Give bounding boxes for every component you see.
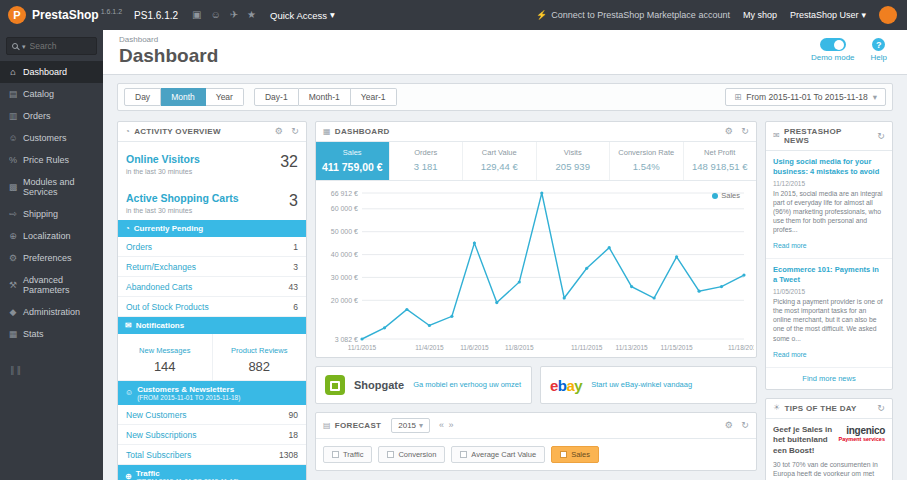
notifications-header: Notifications bbox=[118, 317, 306, 334]
cart-icon[interactable] bbox=[192, 10, 201, 20]
read-more-link[interactable]: Read more bbox=[773, 351, 807, 358]
sidebar-item-price-rules[interactable]: Price Rules bbox=[0, 149, 103, 171]
refresh-icon[interactable] bbox=[877, 404, 885, 413]
svg-text:11/6/2015: 11/6/2015 bbox=[460, 344, 489, 351]
refresh-icon[interactable] bbox=[741, 421, 749, 430]
customer-icon[interactable] bbox=[210, 10, 220, 20]
out-of-stock-link[interactable]: Out of Stock Products bbox=[126, 302, 209, 312]
forecast-toggle-average-cart-value[interactable]: Average Cart Value bbox=[451, 446, 545, 463]
active-carts-link[interactable]: Active Shopping Carts bbox=[126, 192, 239, 204]
kpi-row: Sales411 759,00 € Orders3 181 Cart Value… bbox=[316, 142, 756, 181]
my-shop-link[interactable]: My shop bbox=[743, 10, 777, 20]
sidebar-item-customers[interactable]: Customers bbox=[0, 127, 103, 149]
tips-headline: Geef je Sales in het buitenland een Boos… bbox=[773, 425, 833, 456]
sidebar-item-shipping[interactable]: Shipping bbox=[0, 203, 103, 225]
breadcrumb: Dashboard bbox=[119, 35, 218, 44]
kpi-orders[interactable]: Orders3 181 bbox=[389, 142, 463, 180]
demo-mode-toggle[interactable]: Demo mode bbox=[811, 38, 855, 62]
tips-headline-row: Geef je Sales in het buitenland een Boos… bbox=[766, 419, 892, 460]
brand[interactable]: PrestaShop1.6.1.2 bbox=[32, 8, 122, 22]
filter-month-1-button[interactable]: Month-1 bbox=[299, 88, 351, 106]
new-messages-link[interactable]: New Messages bbox=[139, 346, 190, 355]
new-customers-link[interactable]: New Customers bbox=[126, 410, 186, 420]
shopgate-cta-link[interactable]: Ga mobiel en verhoog uw omzet bbox=[413, 380, 521, 389]
filter-day-button[interactable]: Day bbox=[124, 88, 161, 106]
sidebar-search[interactable] bbox=[6, 37, 97, 55]
article-title-link[interactable]: Ecommerce 101: Payments in a Tweet bbox=[773, 265, 885, 285]
news-article: Using social media for your business: 4 … bbox=[766, 151, 892, 259]
shop-version-link[interactable]: PS1.6.1.2 bbox=[134, 10, 178, 21]
sidebar-item-modules[interactable]: Modules and Services bbox=[0, 171, 103, 203]
tips-body: 30 tot 70% van de consumenten in Europa … bbox=[766, 460, 892, 480]
search-input[interactable] bbox=[30, 41, 91, 51]
dashboard-panel: DASHBOARD Sales411 759,00 € Orders3 181 … bbox=[315, 121, 757, 358]
filter-day-1-button[interactable]: Day-1 bbox=[254, 88, 299, 106]
refresh-icon[interactable] bbox=[877, 132, 885, 141]
gear-icon[interactable] bbox=[725, 421, 733, 430]
sidebar-item-catalog[interactable]: Catalog bbox=[0, 83, 103, 105]
gear-icon[interactable] bbox=[275, 127, 283, 136]
find-more-news-link[interactable]: Find more news bbox=[766, 368, 892, 389]
prestashop-logo-icon[interactable]: P bbox=[8, 6, 26, 24]
toggle-on-icon[interactable] bbox=[820, 38, 846, 51]
search-scope-chevron-icon[interactable] bbox=[22, 43, 26, 50]
refresh-icon[interactable] bbox=[291, 127, 299, 136]
kpi-cart-value[interactable]: Cart Value129,44 € bbox=[462, 142, 536, 180]
abandoned-carts-link[interactable]: Abandoned Carts bbox=[126, 282, 192, 292]
sidebar-item-label: Customers bbox=[23, 133, 67, 143]
kpi-sales[interactable]: Sales411 759,00 € bbox=[316, 142, 389, 180]
sidebar-item-localization[interactable]: Localization bbox=[0, 225, 103, 247]
sidebar-item-administration[interactable]: Administration bbox=[0, 301, 103, 323]
message-icon[interactable] bbox=[230, 10, 238, 20]
filter-year-1-button[interactable]: Year-1 bbox=[351, 88, 397, 106]
kpi-conversion-rate[interactable]: Conversion Rate1.54% bbox=[609, 142, 683, 180]
marketplace-link[interactable]: Connect to PrestaShop Marketplace accoun… bbox=[536, 10, 730, 20]
forecast-year-select[interactable]: 2015 bbox=[391, 418, 430, 433]
forecast-toggle-conversion[interactable]: Conversion bbox=[378, 446, 445, 463]
forecast-toggle-sales[interactable]: Sales bbox=[551, 446, 599, 463]
forecast-toggle-traffic[interactable]: Traffic bbox=[323, 446, 372, 463]
sidebar-item-stats[interactable]: Stats bbox=[0, 323, 103, 345]
returns-link[interactable]: Return/Exchanges bbox=[126, 262, 196, 272]
trophy-icon[interactable] bbox=[247, 10, 256, 20]
product-reviews-cell[interactable]: Product Reviews 882 bbox=[212, 334, 307, 380]
ebay-cta-link[interactable]: Start uw eBay-winkel vandaag bbox=[591, 380, 692, 389]
refresh-icon[interactable] bbox=[741, 127, 749, 136]
article-title-link[interactable]: Using social media for your business: 4 … bbox=[773, 157, 885, 177]
kpi-visits[interactable]: Visits205 939 bbox=[536, 142, 610, 180]
sidebar-item-dashboard[interactable]: Dashboard bbox=[0, 61, 103, 83]
active-carts-value: 3 bbox=[289, 192, 298, 210]
user-menu[interactable]: PrestaShop User bbox=[790, 10, 866, 20]
previous-icon[interactable] bbox=[439, 421, 444, 430]
next-icon[interactable] bbox=[448, 421, 453, 430]
svg-text:66 912 €: 66 912 € bbox=[331, 190, 358, 197]
new-messages-cell[interactable]: New Messages 144 bbox=[118, 334, 212, 380]
sidebar-item-orders[interactable]: Orders bbox=[0, 105, 103, 127]
kpi-value: 3 181 bbox=[392, 161, 461, 172]
kpi-net-profit[interactable]: Net Profit148 918,51 € bbox=[683, 142, 757, 180]
read-more-link[interactable]: Read more bbox=[773, 242, 807, 249]
orders-link[interactable]: Orders bbox=[126, 242, 152, 252]
help-button[interactable]: Help bbox=[871, 38, 887, 62]
product-reviews-link[interactable]: Product Reviews bbox=[231, 346, 287, 355]
shopgate-module: Shopgate Ga mobiel en verhoog uw omzet bbox=[315, 366, 532, 404]
avatar[interactable] bbox=[879, 6, 897, 24]
gear-icon[interactable] bbox=[725, 127, 733, 136]
module-ads-row: Shopgate Ga mobiel en verhoog uw omzet e… bbox=[315, 366, 757, 404]
filter-month-button[interactable]: Month bbox=[161, 88, 206, 106]
quick-access-dropdown[interactable]: Quick Access bbox=[270, 10, 335, 21]
kpi-value: 1.54% bbox=[612, 161, 681, 172]
svg-text:11/11/2015: 11/11/2015 bbox=[571, 344, 603, 351]
chevron-down-icon bbox=[330, 10, 335, 20]
sidebar-item-advanced-parameters[interactable]: Advanced Parameters bbox=[0, 269, 103, 301]
traffic-header: Traffic (FROM 2015-11-01 TO 2015-11-18) bbox=[118, 465, 306, 480]
sidebar-item-label: Stats bbox=[23, 329, 44, 339]
sidebar-collapse-toggle[interactable] bbox=[0, 359, 103, 381]
sales-chart: 66 912 €60 000 €50 000 €40 000 €30 000 €… bbox=[322, 185, 750, 357]
online-visitors-link[interactable]: Online Visitors bbox=[126, 153, 200, 165]
total-subscribers-link[interactable]: Total Subscribers bbox=[126, 450, 191, 460]
date-range-selector[interactable]: From 2015-11-01 To 2015-11-18 bbox=[725, 88, 886, 106]
sidebar-item-preferences[interactable]: Preferences bbox=[0, 247, 103, 269]
new-subscriptions-link[interactable]: New Subscriptions bbox=[126, 430, 196, 440]
filter-year-button[interactable]: Year bbox=[206, 88, 244, 106]
